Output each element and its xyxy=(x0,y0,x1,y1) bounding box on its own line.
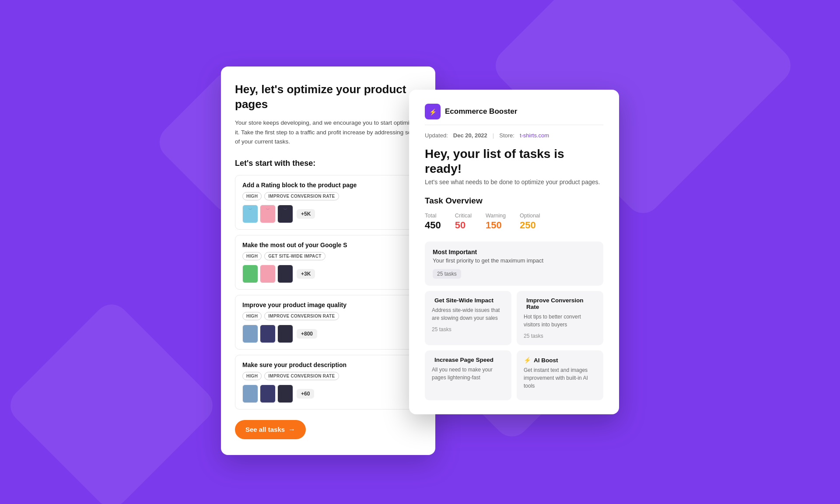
see-all-button[interactable]: See all tasks → xyxy=(235,420,306,439)
shirt-img-2c xyxy=(277,265,293,283)
category-title-text-3: AI Boost xyxy=(534,357,558,364)
logo-text: Ecommerce Booster xyxy=(445,107,517,116)
shirt-img-1b xyxy=(260,205,276,223)
category-icon-3: ⚡ xyxy=(524,357,531,364)
category-desc-2: All you need to make your pages lighteni… xyxy=(432,366,504,382)
stat-total-value: 450 xyxy=(425,220,441,231)
task-tags-4: HIGH IMPROVE CONVERSION RATE xyxy=(242,372,414,380)
tag-high-3: HIGH xyxy=(242,312,262,320)
plus-badge-3: +800 xyxy=(297,329,317,339)
task-item-4[interactable]: Make sure your product description HIGH … xyxy=(235,355,421,410)
most-important-tasks-count: 25 tasks xyxy=(433,269,461,279)
tag-high-1: HIGH xyxy=(242,192,262,200)
task-item-1[interactable]: Add a Rating block to the product page H… xyxy=(235,175,421,230)
plus-badge-4: +60 xyxy=(297,389,314,399)
stat-total-label: Total xyxy=(425,213,441,219)
left-card: Hey, let's optimize your product pages Y… xyxy=(221,66,435,455)
task-title-3: Improve your product image quality xyxy=(242,301,414,308)
stat-optional: Optional 250 xyxy=(520,213,540,231)
category-title-text-0: Get Site-Wide Impact xyxy=(434,297,494,304)
task-item-2[interactable]: Make the most out of your Google S HIGH … xyxy=(235,235,421,290)
tag-type-3: IMPROVE CONVERSION RATE xyxy=(264,312,339,320)
right-card-header: ⚡ Ecommerce Booster xyxy=(425,104,603,119)
see-all-label: See all tasks xyxy=(245,426,285,433)
stats-row: Total 450 Critical 50 Warning 150 Option… xyxy=(425,213,603,231)
stat-critical: Critical 50 xyxy=(455,213,472,231)
stat-total: Total 450 xyxy=(425,213,441,231)
task-tags-1: HIGH IMPROVE CONVERSION RATE xyxy=(242,192,414,200)
shirt-img-2a xyxy=(242,265,258,283)
ready-subtitle: Let's see what needs to be done to optim… xyxy=(425,178,603,186)
category-grid: Get Site-Wide Impact Address site-wide i… xyxy=(425,291,603,400)
stat-critical-value: 50 xyxy=(455,220,472,231)
category-title-text-2: Increase Page Speed xyxy=(434,357,494,363)
category-title-1: Improve Conversion Rate xyxy=(524,297,596,310)
most-important-card[interactable]: Most Important Your first priority to ge… xyxy=(425,242,603,286)
category-title-3: ⚡ AI Boost xyxy=(524,357,596,364)
category-card-0[interactable]: Get Site-Wide Impact Address site-wide i… xyxy=(425,291,511,345)
category-title-2: Increase Page Speed xyxy=(432,357,504,363)
ready-title: Hey, your list of tasks is ready! xyxy=(425,147,603,176)
stat-warning-label: Warning xyxy=(486,213,506,219)
cards-container: Hey, let's optimize your product pages Y… xyxy=(0,0,840,504)
category-desc-3: Get instant text and images improvement … xyxy=(524,366,596,390)
task-item-3[interactable]: Improve your product image quality HIGH … xyxy=(235,295,421,350)
stat-warning-value: 150 xyxy=(486,220,506,231)
logo-icon: ⚡ xyxy=(425,104,441,119)
category-title-0: Get Site-Wide Impact xyxy=(432,297,504,304)
shirt-img-4c xyxy=(277,385,293,403)
meta-divider: | xyxy=(493,132,494,139)
plus-badge-1: +5K xyxy=(297,209,315,219)
tag-type-4: IMPROVE CONVERSION RATE xyxy=(264,372,339,380)
category-card-3[interactable]: ⚡ AI Boost Get instant text and images i… xyxy=(517,350,603,400)
product-images-3: +800 xyxy=(242,325,414,343)
arrow-icon: → xyxy=(288,426,295,434)
tag-type-2: GET SITE-WIDE IMPACT xyxy=(264,252,325,260)
category-title-text-1: Improve Conversion Rate xyxy=(526,297,596,310)
task-overview-title: Task Overview xyxy=(425,196,603,206)
stat-optional-label: Optional xyxy=(520,213,540,219)
right-card: ⚡ Ecommerce Booster Updated: Dec 20, 202… xyxy=(409,90,619,414)
category-count-0: 25 tasks xyxy=(432,326,504,332)
task-title-2: Make the most out of your Google S xyxy=(242,242,414,248)
plus-badge-2: +3K xyxy=(297,269,315,279)
shirt-img-3c xyxy=(277,325,293,343)
shirt-img-1c xyxy=(277,205,293,223)
product-images-4: +60 xyxy=(242,385,414,403)
shirt-img-2b xyxy=(260,265,276,283)
stat-warning: Warning 150 xyxy=(486,213,506,231)
task-title-1: Add a Rating block to the product page xyxy=(242,182,414,189)
product-images-2: +3K xyxy=(242,265,414,283)
category-desc-0: Address site-wide issues that are slowin… xyxy=(432,306,504,322)
category-card-2[interactable]: Increase Page Speed All you need to make… xyxy=(425,350,511,400)
shirt-img-3a xyxy=(242,325,258,343)
stat-optional-value: 250 xyxy=(520,220,540,231)
store-link[interactable]: t-shirts.com xyxy=(520,132,549,139)
shirt-img-4a xyxy=(242,385,258,403)
task-tags-3: HIGH IMPROVE CONVERSION RATE xyxy=(242,312,414,320)
shirt-img-3b xyxy=(260,325,276,343)
left-card-subtitle: Your store keeps developing, and we enco… xyxy=(235,118,421,147)
meta-row: Updated: Dec 20, 2022 | Store: t-shirts.… xyxy=(425,132,603,139)
category-count-1: 25 tasks xyxy=(524,333,596,339)
stat-critical-label: Critical xyxy=(455,213,472,219)
updated-label: Updated: xyxy=(425,132,448,139)
tag-type-1: IMPROVE CONVERSION RATE xyxy=(264,192,339,200)
category-desc-1: Hot tips to better convert visitors into… xyxy=(524,313,596,329)
most-important-desc: Your first priority to get the maximum i… xyxy=(433,257,595,264)
product-images-1: +5K xyxy=(242,205,414,223)
svg-text:⚡: ⚡ xyxy=(429,108,437,116)
store-label: Store: xyxy=(499,132,514,139)
task-tags-2: HIGH GET SITE-WIDE IMPACT xyxy=(242,252,414,260)
shirt-img-4b xyxy=(260,385,276,403)
most-important-title: Most Important xyxy=(433,248,595,256)
header-divider xyxy=(425,125,603,125)
left-card-section-title: Let's start with these: xyxy=(235,159,421,168)
tag-high-2: HIGH xyxy=(242,252,262,260)
updated-date: Dec 20, 2022 xyxy=(453,132,487,139)
left-card-title: Hey, let's optimize your product pages xyxy=(235,82,421,112)
shirt-img-1a xyxy=(242,205,258,223)
category-card-1[interactable]: Improve Conversion Rate Hot tips to bett… xyxy=(517,291,603,345)
task-title-4: Make sure your product description xyxy=(242,361,414,368)
tag-high-4: HIGH xyxy=(242,372,262,380)
